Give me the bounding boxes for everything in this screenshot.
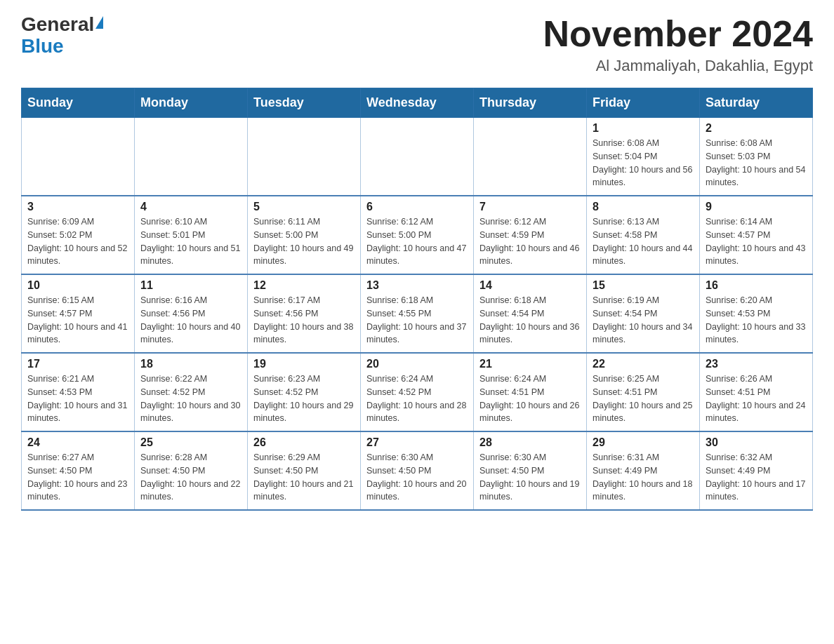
day-info: Sunrise: 6:31 AMSunset: 4:49 PMDaylight:… xyxy=(593,451,694,504)
day-number: 12 xyxy=(253,279,355,292)
calendar-cell: 27Sunrise: 6:30 AMSunset: 4:50 PMDayligh… xyxy=(361,431,474,510)
calendar-cell: 21Sunrise: 6:24 AMSunset: 4:51 PMDayligh… xyxy=(474,353,587,431)
calendar-cell: 12Sunrise: 6:17 AMSunset: 4:56 PMDayligh… xyxy=(248,274,361,353)
calendar-cell: 15Sunrise: 6:19 AMSunset: 4:54 PMDayligh… xyxy=(587,274,700,353)
col-saturday: Saturday xyxy=(700,88,813,118)
calendar-cell: 2Sunrise: 6:08 AMSunset: 5:03 PMDaylight… xyxy=(700,118,813,196)
day-number: 2 xyxy=(706,122,807,135)
calendar-cell: 8Sunrise: 6:13 AMSunset: 4:58 PMDaylight… xyxy=(587,196,700,274)
col-monday: Monday xyxy=(135,88,248,118)
day-info: Sunrise: 6:32 AMSunset: 4:49 PMDaylight:… xyxy=(706,451,807,504)
week-row-4: 17Sunrise: 6:21 AMSunset: 4:53 PMDayligh… xyxy=(22,353,813,431)
day-number: 24 xyxy=(27,436,128,449)
col-friday: Friday xyxy=(587,88,700,118)
day-number: 26 xyxy=(253,436,355,449)
calendar-cell xyxy=(248,118,361,196)
day-info: Sunrise: 6:29 AMSunset: 4:50 PMDaylight:… xyxy=(253,451,355,504)
day-info: Sunrise: 6:30 AMSunset: 4:50 PMDaylight:… xyxy=(366,451,468,504)
calendar-cell: 5Sunrise: 6:11 AMSunset: 5:00 PMDaylight… xyxy=(248,196,361,274)
logo-general-text: General xyxy=(21,14,94,36)
page-header: General Blue November 2024 Al Jammaliyah… xyxy=(21,14,813,75)
logo-triangle-icon xyxy=(95,16,103,29)
day-number: 29 xyxy=(593,436,694,449)
calendar-cell: 13Sunrise: 6:18 AMSunset: 4:55 PMDayligh… xyxy=(361,274,474,353)
calendar-cell: 20Sunrise: 6:24 AMSunset: 4:52 PMDayligh… xyxy=(361,353,474,431)
calendar-cell: 14Sunrise: 6:18 AMSunset: 4:54 PMDayligh… xyxy=(474,274,587,353)
day-info: Sunrise: 6:18 AMSunset: 4:54 PMDaylight:… xyxy=(479,294,581,347)
calendar-cell: 11Sunrise: 6:16 AMSunset: 4:56 PMDayligh… xyxy=(135,274,248,353)
col-wednesday: Wednesday xyxy=(361,88,474,118)
day-info: Sunrise: 6:13 AMSunset: 4:58 PMDaylight:… xyxy=(593,215,694,268)
calendar-cell: 6Sunrise: 6:12 AMSunset: 5:00 PMDaylight… xyxy=(361,196,474,274)
day-info: Sunrise: 6:16 AMSunset: 4:56 PMDaylight:… xyxy=(140,294,241,347)
month-title: November 2024 xyxy=(543,14,813,54)
day-info: Sunrise: 6:23 AMSunset: 4:52 PMDaylight:… xyxy=(253,373,355,425)
week-row-1: 1Sunrise: 6:08 AMSunset: 5:04 PMDaylight… xyxy=(22,118,813,196)
day-info: Sunrise: 6:17 AMSunset: 4:56 PMDaylight:… xyxy=(253,294,355,347)
day-number: 17 xyxy=(27,358,128,370)
calendar-cell: 17Sunrise: 6:21 AMSunset: 4:53 PMDayligh… xyxy=(22,353,135,431)
day-info: Sunrise: 6:26 AMSunset: 4:51 PMDaylight:… xyxy=(706,373,807,425)
day-info: Sunrise: 6:24 AMSunset: 4:51 PMDaylight:… xyxy=(479,373,581,425)
calendar-cell: 4Sunrise: 6:10 AMSunset: 5:01 PMDaylight… xyxy=(135,196,248,274)
calendar-cell: 16Sunrise: 6:20 AMSunset: 4:53 PMDayligh… xyxy=(700,274,813,353)
col-tuesday: Tuesday xyxy=(248,88,361,118)
calendar-cell: 23Sunrise: 6:26 AMSunset: 4:51 PMDayligh… xyxy=(700,353,813,431)
day-info: Sunrise: 6:11 AMSunset: 5:00 PMDaylight:… xyxy=(253,215,355,268)
day-number: 30 xyxy=(706,436,807,449)
day-number: 8 xyxy=(593,201,694,213)
day-info: Sunrise: 6:20 AMSunset: 4:53 PMDaylight:… xyxy=(706,294,807,347)
col-thursday: Thursday xyxy=(474,88,587,118)
calendar-cell: 3Sunrise: 6:09 AMSunset: 5:02 PMDaylight… xyxy=(22,196,135,274)
day-info: Sunrise: 6:18 AMSunset: 4:55 PMDaylight:… xyxy=(366,294,468,347)
calendar-cell: 18Sunrise: 6:22 AMSunset: 4:52 PMDayligh… xyxy=(135,353,248,431)
title-block: November 2024 Al Jammaliyah, Dakahlia, E… xyxy=(543,14,813,75)
calendar-cell: 30Sunrise: 6:32 AMSunset: 4:49 PMDayligh… xyxy=(700,431,813,510)
calendar-header-row: Sunday Monday Tuesday Wednesday Thursday… xyxy=(22,88,813,118)
calendar-table: Sunday Monday Tuesday Wednesday Thursday… xyxy=(21,88,813,511)
location-subtitle: Al Jammaliyah, Dakahlia, Egypt xyxy=(543,57,813,75)
day-info: Sunrise: 6:22 AMSunset: 4:52 PMDaylight:… xyxy=(140,373,241,425)
day-info: Sunrise: 6:10 AMSunset: 5:01 PMDaylight:… xyxy=(140,215,241,268)
calendar-cell xyxy=(474,118,587,196)
day-number: 9 xyxy=(706,201,807,213)
day-number: 20 xyxy=(366,358,468,370)
day-number: 14 xyxy=(479,279,581,292)
day-number: 15 xyxy=(593,279,694,292)
day-number: 18 xyxy=(140,358,241,370)
logo: General Blue xyxy=(21,14,103,58)
calendar-cell: 19Sunrise: 6:23 AMSunset: 4:52 PMDayligh… xyxy=(248,353,361,431)
day-number: 6 xyxy=(366,201,468,213)
calendar-cell: 1Sunrise: 6:08 AMSunset: 5:04 PMDaylight… xyxy=(587,118,700,196)
day-info: Sunrise: 6:24 AMSunset: 4:52 PMDaylight:… xyxy=(366,373,468,425)
day-info: Sunrise: 6:08 AMSunset: 5:03 PMDaylight:… xyxy=(706,137,807,189)
day-number: 11 xyxy=(140,279,241,292)
calendar-cell: 29Sunrise: 6:31 AMSunset: 4:49 PMDayligh… xyxy=(587,431,700,510)
calendar-cell: 25Sunrise: 6:28 AMSunset: 4:50 PMDayligh… xyxy=(135,431,248,510)
day-number: 5 xyxy=(253,201,355,213)
week-row-3: 10Sunrise: 6:15 AMSunset: 4:57 PMDayligh… xyxy=(22,274,813,353)
day-number: 10 xyxy=(27,279,128,292)
calendar-cell: 24Sunrise: 6:27 AMSunset: 4:50 PMDayligh… xyxy=(22,431,135,510)
day-info: Sunrise: 6:30 AMSunset: 4:50 PMDaylight:… xyxy=(479,451,581,504)
day-number: 25 xyxy=(140,436,241,449)
day-info: Sunrise: 6:12 AMSunset: 4:59 PMDaylight:… xyxy=(479,215,581,268)
day-info: Sunrise: 6:15 AMSunset: 4:57 PMDaylight:… xyxy=(27,294,128,347)
day-info: Sunrise: 6:08 AMSunset: 5:04 PMDaylight:… xyxy=(593,137,694,189)
calendar-cell: 9Sunrise: 6:14 AMSunset: 4:57 PMDaylight… xyxy=(700,196,813,274)
day-number: 21 xyxy=(479,358,581,370)
day-number: 16 xyxy=(706,279,807,292)
day-info: Sunrise: 6:14 AMSunset: 4:57 PMDaylight:… xyxy=(706,215,807,268)
day-number: 1 xyxy=(593,122,694,135)
day-info: Sunrise: 6:19 AMSunset: 4:54 PMDaylight:… xyxy=(593,294,694,347)
day-number: 22 xyxy=(593,358,694,370)
day-number: 3 xyxy=(27,201,128,213)
day-info: Sunrise: 6:09 AMSunset: 5:02 PMDaylight:… xyxy=(27,215,128,268)
day-number: 28 xyxy=(479,436,581,449)
week-row-2: 3Sunrise: 6:09 AMSunset: 5:02 PMDaylight… xyxy=(22,196,813,274)
col-sunday: Sunday xyxy=(22,88,135,118)
calendar-cell xyxy=(22,118,135,196)
day-number: 23 xyxy=(706,358,807,370)
day-info: Sunrise: 6:12 AMSunset: 5:00 PMDaylight:… xyxy=(366,215,468,268)
calendar-cell: 26Sunrise: 6:29 AMSunset: 4:50 PMDayligh… xyxy=(248,431,361,510)
